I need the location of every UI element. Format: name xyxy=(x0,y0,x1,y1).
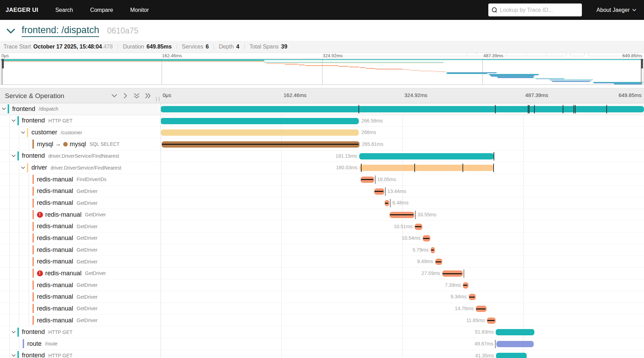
mm-right-drag-handle[interactable] xyxy=(641,59,643,68)
span-row-redis-manual[interactable]: redis-manualGetDriver10.51ms xyxy=(0,221,644,233)
span-name-cell[interactable]: redis-manualGetDriver xyxy=(0,256,161,267)
span-name-cell[interactable]: redis-manualGetDriver xyxy=(0,197,161,209)
span-collapse-chevron-icon[interactable] xyxy=(10,119,17,122)
span-row-frontend[interactable]: frontendHTTP GET266.58ms xyxy=(0,115,644,127)
service-color-dot xyxy=(63,142,68,147)
service-name: redis-manual xyxy=(37,282,73,289)
span-row-redis-manual[interactable]: redis-manualGetDriver6.48ms xyxy=(0,197,644,209)
summary-label: Services xyxy=(182,44,203,50)
span-name-cell[interactable]: frontendHTTP GET xyxy=(0,350,161,358)
span-collapse-chevron-icon[interactable] xyxy=(10,354,17,357)
span-row-redis-manual[interactable]: redis-manualGetDriver11.65ms xyxy=(0,315,644,327)
span-name-cell[interactable]: redis-manualGetDriver xyxy=(0,221,161,232)
expand-one-button[interactable] xyxy=(122,92,129,99)
span-duration-bar[interactable] xyxy=(161,129,359,136)
span-collapse-chevron-icon[interactable] xyxy=(0,107,8,110)
span-collapse-chevron-icon[interactable] xyxy=(10,155,17,157)
span-name-cell[interactable]: !redis-manualGetDriver xyxy=(0,209,161,221)
span-name-cell[interactable]: redis-manualGetDriver xyxy=(0,303,161,314)
span-row-frontend[interactable]: frontend/dispatch xyxy=(0,103,644,115)
nav-item-monitor[interactable]: Monitor xyxy=(130,7,149,13)
span-name-cell[interactable]: redis-manualGetDriver xyxy=(0,315,161,326)
span-duration-label: 9.34ms xyxy=(451,294,467,299)
span-row-redis-manual[interactable]: redis-manualFindDriverIDs18.05ms xyxy=(0,174,644,186)
summary-value-dim: .478 xyxy=(102,44,113,50)
span-name-cell[interactable]: driverdriver.DriverService/FindNearest xyxy=(0,162,161,173)
span-row-mysql[interactable]: mysql→mysqlSQL SELECT265.81ms xyxy=(0,139,644,150)
span-name-cell[interactable]: frontend/dispatch xyxy=(0,103,161,115)
span-row-redis-manual[interactable]: redis-manualGetDriver14.76ms xyxy=(0,303,644,315)
span-name-cell[interactable]: redis-manualFindDriverIDs xyxy=(0,174,161,185)
column-resize-grip[interactable] xyxy=(156,97,160,101)
span-row-customer[interactable]: customer/customer266ms xyxy=(0,127,644,139)
span-row-redis-manual[interactable]: redis-manualGetDriver9.34ms xyxy=(0,291,644,303)
summary-value: 6 xyxy=(206,44,209,50)
span-name-cell[interactable]: redis-manualGetDriver xyxy=(0,244,161,256)
app-logo[interactable]: JAEGER UI xyxy=(6,7,38,14)
collapse-one-button[interactable] xyxy=(111,92,118,99)
span-duration-bar[interactable] xyxy=(360,165,494,171)
minimap-axis-tick: 649.85ms xyxy=(622,53,642,58)
service-name: mysql xyxy=(37,141,53,148)
span-collapse-chevron-icon[interactable] xyxy=(19,131,27,134)
nav-item-compare[interactable]: Compare xyxy=(90,7,113,13)
span-name-cell[interactable]: redis-manualGetDriver xyxy=(0,279,161,291)
span-name-cell[interactable]: frontenddriver.DriverService/FindNearest xyxy=(0,150,161,162)
span-duration-bar[interactable] xyxy=(359,153,494,159)
span-name-cell[interactable]: !redis-manualGetDriver xyxy=(0,268,161,279)
minimap-span-bar xyxy=(349,67,360,67)
span-name-cell[interactable]: redis-manualGetDriver xyxy=(0,186,161,197)
span-name-cell[interactable]: redis-manualGetDriver xyxy=(0,291,161,303)
timeline-axis-tick: 162.46ms xyxy=(283,92,306,98)
span-name-cell[interactable]: redis-manualGetDriver xyxy=(0,232,161,244)
span-row-redis-manual-error[interactable]: !redis-manualGetDriver33.55ms xyxy=(0,209,644,221)
span-duration-label: 7.39ms xyxy=(445,282,461,288)
span-name-cell[interactable]: route/route xyxy=(0,338,161,350)
error-icon: ! xyxy=(37,212,43,218)
tree-indent-guide xyxy=(10,127,20,138)
collapse-all-button[interactable] xyxy=(133,92,140,99)
about-jaeger-menu[interactable]: About Jaeger xyxy=(597,7,636,13)
span-row-driver[interactable]: driverdriver.DriverService/FindNearest18… xyxy=(0,162,644,174)
span-row-redis-manual[interactable]: redis-manualGetDriver13.44ms xyxy=(0,186,644,197)
span-row-redis-manual[interactable]: redis-manualGetDriver5.79ms xyxy=(0,244,644,256)
span-row-redis-manual[interactable]: redis-manualGetDriver7.39ms xyxy=(0,279,644,291)
span-name-cell[interactable]: frontendHTTP GET xyxy=(0,326,161,338)
span-duration-bar[interactable] xyxy=(496,353,527,358)
minimap-span-bar xyxy=(498,77,533,78)
span-row-frontend[interactable]: frontenddriver.DriverService/FindNearest… xyxy=(0,150,644,162)
span-collapse-chevron-icon[interactable] xyxy=(19,166,27,169)
span-name-cell[interactable]: customer/customer xyxy=(0,127,161,138)
tree-indent-guide xyxy=(10,139,20,150)
summary-item: Total Spans 39 xyxy=(250,44,287,50)
summary-label: Duration xyxy=(123,44,144,50)
nav-item-search[interactable]: Search xyxy=(55,7,73,13)
tree-indent-guide xyxy=(0,291,10,303)
span-row-frontend[interactable]: frontendHTTP GET51.83ms xyxy=(0,326,644,338)
trace-collapse-chevron-icon[interactable] xyxy=(6,28,15,33)
span-collapse-chevron-icon[interactable] xyxy=(10,331,17,334)
tree-indent-guide xyxy=(0,209,10,221)
child-span-tick xyxy=(573,105,574,113)
trace-title-link[interactable]: frontend: /dispatch xyxy=(22,25,99,37)
expand-all-button[interactable] xyxy=(145,92,151,99)
trace-id-lookup-input[interactable] xyxy=(500,7,577,13)
span-name-cell[interactable]: mysql→mysqlSQL SELECT xyxy=(0,139,161,150)
timeline-minimap[interactable] xyxy=(1,59,643,85)
trace-id-lookup[interactable] xyxy=(488,3,582,16)
service-color-bar xyxy=(32,257,34,266)
span-row-redis-manual[interactable]: redis-manualGetDriver10.54ms xyxy=(0,232,644,244)
span-row-route[interactable]: route/route49.87ms xyxy=(0,338,644,350)
span-row-redis-manual[interactable]: redis-manualGetDriver9.49ms xyxy=(0,256,644,268)
span-name-cell[interactable]: frontendHTTP GET xyxy=(0,115,161,127)
name-column-divider[interactable] xyxy=(161,103,161,358)
span-duration-bar[interactable] xyxy=(496,329,534,335)
span-duration-bar[interactable] xyxy=(161,106,644,112)
span-row-frontend[interactable]: frontendHTTP GET41.35ms xyxy=(0,350,644,358)
span-duration-bar[interactable] xyxy=(161,118,359,124)
minimap-axis-tick: 0μs xyxy=(1,53,9,58)
mm-left-drag-handle[interactable] xyxy=(2,59,4,68)
span-row-redis-manual-error[interactable]: !redis-manualGetDriver27.59ms xyxy=(0,268,644,279)
span-duration-bar[interactable] xyxy=(496,341,533,347)
service-operation-header: Service & Operation xyxy=(5,92,64,100)
